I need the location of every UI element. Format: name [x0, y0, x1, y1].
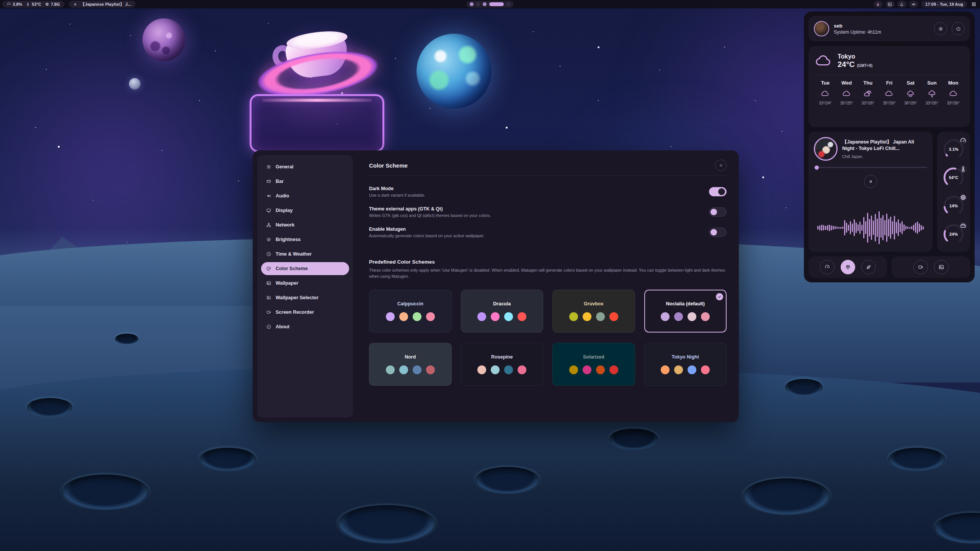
progress-handle[interactable]: [815, 165, 819, 170]
video-icon: [266, 310, 271, 315]
sidebar-item-color-scheme[interactable]: Color Scheme: [261, 262, 349, 275]
color-swatch: [518, 312, 526, 321]
scheme-name: Dracula: [493, 301, 511, 306]
waveform-bar: [915, 223, 916, 233]
toggle-knob: [710, 229, 717, 236]
forecast-day-label: Sun: [921, 80, 943, 86]
waveform-bar: [856, 222, 857, 233]
image-icon: [266, 280, 271, 286]
scheme-card-nord[interactable]: Nord: [369, 343, 452, 386]
scheme-card-gruvbox[interactable]: Gruvbox: [552, 290, 635, 333]
scheme-card-noctalia-default[interactable]: Noctalia (default): [644, 290, 727, 333]
swatch-row: [386, 312, 435, 321]
bar-media-label: 【Japanese Playlist】 J...: [81, 2, 131, 7]
toggle-enable-matugen[interactable]: [709, 228, 727, 237]
workspace-dot-1[interactable]: [470, 2, 474, 6]
workspace-dot-4[interactable]: [489, 2, 504, 6]
waveform-bar: [835, 226, 836, 229]
sidebar-item-time-weather[interactable]: Time & Weather: [261, 248, 349, 261]
powersave-profile-button[interactable]: [861, 260, 876, 274]
scheme-card-catppuccin[interactable]: Catppuccin: [369, 290, 452, 333]
toggle-theme-external-apps-gtk-qt[interactable]: [709, 207, 727, 217]
gauge-temperature: 54°C: [943, 167, 964, 188]
color-swatch: [701, 365, 710, 374]
color-swatch: [661, 365, 670, 374]
scheme-card-rosepine[interactable]: Rosepine: [461, 343, 544, 386]
sidebar-item-bar[interactable]: Bar: [261, 175, 349, 188]
waveform-bar: [833, 226, 834, 230]
color-swatch: [688, 312, 696, 321]
bar-stat-value: 53°C: [32, 2, 41, 7]
panel-bottom-row: [808, 256, 970, 278]
toggle-dark-mode[interactable]: [709, 187, 727, 196]
screen-record-button[interactable]: [913, 260, 928, 274]
dashboard-icon[interactable]: [971, 2, 977, 7]
sidebar-item-display[interactable]: Display: [261, 204, 349, 217]
sidebar-item-label: Screen Recorder: [276, 310, 314, 315]
color-swatch: [674, 312, 683, 321]
volume-button[interactable]: [909, 1, 918, 8]
cloud-icon: [821, 89, 830, 98]
waveform-bar: [877, 218, 878, 237]
forecast-day-tue: Tue 33°/24°: [815, 80, 836, 105]
swatch-row: [386, 365, 435, 374]
bar-stat-memory: 7.8G: [45, 2, 60, 7]
scheme-card-dracula[interactable]: Dracula: [461, 290, 544, 333]
tray-app-button[interactable]: [874, 1, 883, 8]
color-swatch: [386, 312, 395, 321]
forecast-temps: 33°/26°: [857, 101, 879, 105]
sidebar-item-general[interactable]: General: [261, 160, 349, 173]
forecast-day-sun: Sun 33°/26°: [921, 80, 943, 105]
sidebar-item-about[interactable]: About: [261, 320, 349, 333]
waveform-bar: [825, 226, 826, 230]
waveform-bar: [827, 225, 828, 230]
forecast-day-label: Sat: [900, 80, 921, 86]
audio-visualizer: [814, 209, 927, 246]
waveform-bar: [831, 225, 832, 230]
crater: [475, 467, 540, 494]
sidebar-item-label: Network: [276, 222, 294, 228]
workspace-indicator: [466, 1, 514, 8]
color-swatch: [413, 312, 421, 321]
scheme-name: Catppuccin: [397, 301, 423, 306]
media-progress-bar[interactable]: [814, 167, 927, 168]
system-stats-pill[interactable]: 3.8%53°C7.8G: [2, 1, 64, 8]
bar-media-pill[interactable]: 【Japanese Playlist】 J...: [69, 1, 136, 8]
sidebar-item-screen-recorder[interactable]: Screen Recorder: [261, 306, 349, 319]
sidebar-item-wallpaper[interactable]: Wallpaper: [261, 277, 349, 290]
sidebar-item-label: Wallpaper Selector: [276, 295, 318, 300]
close-button[interactable]: [715, 160, 727, 171]
workspace-dot-2[interactable]: [476, 2, 480, 6]
brightness-icon: [266, 237, 271, 242]
setting-label: Dark Mode: [369, 186, 425, 191]
sidebar-item-brightness[interactable]: Brightness: [261, 233, 349, 246]
color-swatch: [661, 312, 670, 321]
color-swatch: [688, 365, 696, 374]
workspace-dot-3[interactable]: [483, 2, 487, 6]
workspace-dot-5[interactable]: [506, 2, 510, 6]
bar-icon: [266, 179, 271, 184]
weather-forecast: Tue 33°/24° Wed 35°/25° Thu 33°/26° Fri …: [815, 80, 964, 105]
sidebar-item-network[interactable]: Network: [261, 218, 349, 231]
setting-texts: Theme external apps (GTK & Qt) Writes GT…: [369, 206, 491, 218]
scheme-card-solarized[interactable]: Solarized: [552, 343, 635, 386]
sidebar-item-audio[interactable]: Audio: [261, 189, 349, 202]
divider: [815, 75, 964, 75]
tray-wallpaper-button[interactable]: [885, 1, 895, 8]
wallpaper-button[interactable]: [934, 260, 949, 274]
power-profiles-card: [808, 256, 887, 278]
power-button[interactable]: [952, 22, 965, 35]
notifications-button[interactable]: [897, 1, 906, 8]
sidebar-item-wallpaper-selector[interactable]: Wallpaper Selector: [261, 291, 349, 304]
monitor-icon: [266, 208, 271, 213]
scheme-card-tokyo-night[interactable]: Tokyo Night: [644, 343, 727, 386]
swatch-row: [477, 312, 526, 321]
balanced-profile-button[interactable]: [841, 260, 855, 274]
forecast-day-mon: Mon 33°/26°: [942, 80, 964, 105]
settings-button[interactable]: [934, 22, 947, 35]
pause-button[interactable]: [864, 175, 877, 188]
clock-pill[interactable]: 17:09 - Tue, 19 Aug: [921, 1, 967, 8]
setting-label: Enable Matugen: [369, 227, 484, 232]
waveform-bar: [890, 217, 891, 239]
performance-profile-button[interactable]: [820, 260, 835, 274]
